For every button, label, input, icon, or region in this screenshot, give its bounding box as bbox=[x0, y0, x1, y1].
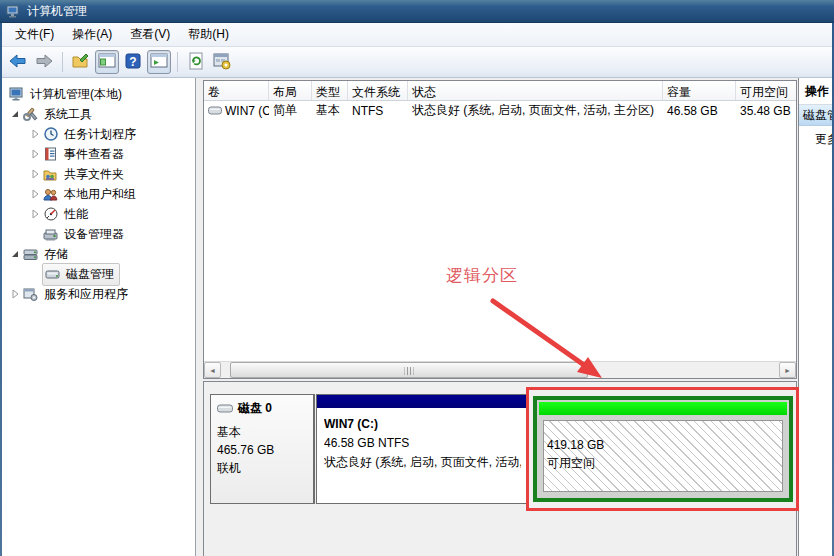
tree-item-system-tools[interactable]: 系统工具 bbox=[2, 104, 195, 124]
tree-item-computer-management[interactable]: 计算机管理(本地) bbox=[2, 84, 195, 104]
scrollbar-grip bbox=[405, 367, 414, 375]
volume-row-win7[interactable]: WIN7 (C:) 简单 基本 NTFS 状态良好 (系统, 启动, 页面文件,… bbox=[204, 101, 796, 120]
column-header-layout[interactable]: 布局 bbox=[269, 81, 312, 100]
expand-collapse-icon[interactable] bbox=[28, 167, 42, 181]
tree-item-event-viewer[interactable]: 事件查看器 bbox=[2, 144, 195, 164]
back-arrow-icon bbox=[8, 51, 28, 74]
actions-panel: 操作 磁盘管理 更多操作 bbox=[798, 78, 832, 556]
column-header-type[interactable]: 类型 bbox=[312, 81, 348, 100]
tree-item-label: 服务和应用程序 bbox=[42, 285, 130, 304]
status-cell: 状态良好 (系统, 启动, 页面文件, 活动, 主分区) bbox=[408, 102, 663, 119]
free-space-box[interactable]: 419.18 GB 可用空间 bbox=[533, 396, 793, 502]
scrollbar-thumb[interactable] bbox=[230, 362, 588, 378]
type-cell: 基本 bbox=[312, 102, 348, 119]
tree-item-label: 计算机管理(本地) bbox=[28, 85, 124, 104]
free-space-color-band bbox=[539, 402, 787, 415]
refresh-icon bbox=[186, 51, 206, 74]
disk-management-icon bbox=[44, 267, 61, 282]
action-pane-icon bbox=[149, 51, 169, 74]
users-icon bbox=[42, 187, 59, 202]
tree-item-local-users-groups[interactable]: 本地用户和组 bbox=[2, 184, 195, 204]
title-bar: 计算机管理 bbox=[0, 0, 834, 23]
disk0-capacity: 465.76 GB bbox=[217, 441, 307, 459]
window-title: 计算机管理 bbox=[27, 3, 87, 20]
menu-bar: 文件(F) 操作(A) 查看(V) 帮助(H) bbox=[2, 23, 832, 47]
tree-item-shared-folders[interactable]: 共享文件夹 bbox=[2, 164, 195, 184]
performance-icon bbox=[42, 207, 59, 222]
folder-export-icon bbox=[71, 51, 91, 74]
actions-item-more-actions[interactable]: 更多操作 bbox=[799, 126, 832, 148]
help-button[interactable]: ? bbox=[121, 50, 145, 74]
partition-win7-box[interactable]: WIN7 (C:) 46.58 GB NTFS 状态良好 (系统, 启动, 页面… bbox=[316, 394, 529, 504]
column-header-freespace[interactable]: 可用空间 bbox=[736, 81, 796, 100]
partition-status: 状态良好 (系统, 启动, 页面文件, 活动, 主分区) bbox=[324, 453, 521, 472]
tree-item-disk-management[interactable]: 磁盘管理 bbox=[2, 264, 195, 284]
menu-file[interactable]: 文件(F) bbox=[6, 23, 63, 46]
tree-item-storage[interactable]: 存储 bbox=[2, 244, 195, 264]
expand-collapse-icon[interactable] bbox=[28, 187, 42, 201]
svg-text:?: ? bbox=[129, 54, 136, 68]
system-tools-icon bbox=[22, 107, 39, 122]
volume-name: WIN7 (C:) bbox=[225, 104, 269, 118]
actions-item-disk-management[interactable]: 磁盘管理 bbox=[799, 105, 832, 126]
tree-item-label: 存储 bbox=[42, 245, 70, 264]
disk0-label-box[interactable]: 磁盘 0 基本 465.76 GB 联机 bbox=[210, 394, 315, 504]
actions-panel-title: 操作 bbox=[799, 78, 832, 105]
column-header-status[interactable]: 状态 bbox=[408, 81, 663, 100]
tree-item-task-scheduler[interactable]: 任务计划程序 bbox=[2, 124, 195, 144]
help-icon: ? bbox=[123, 51, 143, 74]
selected-tree-item[interactable]: 磁盘管理 bbox=[42, 263, 120, 286]
disk-icon bbox=[217, 402, 233, 416]
menu-help[interactable]: 帮助(H) bbox=[179, 23, 238, 46]
disk-properties-button[interactable] bbox=[210, 50, 234, 74]
expand-collapse-icon[interactable] bbox=[28, 207, 42, 221]
disk0-name: 磁盘 0 bbox=[238, 400, 272, 417]
tree-item-device-manager[interactable]: 设备管理器 bbox=[2, 224, 195, 244]
export-list-button[interactable] bbox=[69, 50, 93, 74]
partition-name: WIN7 (C:) bbox=[324, 415, 521, 434]
layout-cell: 简单 bbox=[269, 102, 312, 119]
show-action-pane-button[interactable] bbox=[147, 50, 171, 74]
volume-list-pane: 卷 布局 类型 文件系统 状态 容量 可用空间 WIN7 (C:) 简单 基本 … bbox=[203, 80, 797, 379]
column-header-volume[interactable]: 卷 bbox=[204, 81, 269, 100]
expand-collapse-icon[interactable] bbox=[28, 127, 42, 141]
scroll-left-button[interactable]: ◄ bbox=[204, 362, 221, 378]
app-icon bbox=[6, 4, 21, 19]
tree-item-label: 系统工具 bbox=[42, 105, 94, 124]
shared-folder-icon bbox=[42, 167, 59, 182]
expand-collapse-icon[interactable] bbox=[28, 147, 42, 161]
disk0-type: 基本 bbox=[217, 423, 307, 441]
forward-arrow-icon bbox=[34, 51, 54, 74]
disk-graphical-pane: 磁盘 0 基本 465.76 GB 联机 WIN7 (C:) 46.58 GB … bbox=[203, 381, 797, 556]
computer-icon bbox=[8, 87, 25, 102]
expand-collapse-icon[interactable] bbox=[8, 247, 22, 261]
expand-collapse-icon[interactable] bbox=[8, 107, 22, 121]
tree-item-services-applications[interactable]: 服务和应用程序 bbox=[2, 284, 195, 304]
expand-collapse-icon[interactable] bbox=[8, 287, 22, 301]
column-header-filesystem[interactable]: 文件系统 bbox=[348, 81, 408, 100]
tree-item-performance[interactable]: 性能 bbox=[2, 204, 195, 224]
forward-button[interactable] bbox=[32, 50, 56, 74]
tree-item-label: 共享文件夹 bbox=[62, 165, 126, 184]
disk0-status: 联机 bbox=[217, 459, 307, 477]
filesystem-cell: NTFS bbox=[348, 104, 408, 118]
show-console-tree-button[interactable] bbox=[95, 50, 119, 74]
refresh-button[interactable] bbox=[184, 50, 208, 74]
tree-item-label: 任务计划程序 bbox=[62, 125, 138, 144]
task-scheduler-icon bbox=[42, 127, 59, 142]
menu-action[interactable]: 操作(A) bbox=[63, 23, 121, 46]
volume-cell: WIN7 (C:) bbox=[204, 104, 269, 118]
window-border-left bbox=[0, 23, 2, 556]
column-header-capacity[interactable]: 容量 bbox=[663, 81, 736, 100]
scroll-right-button[interactable]: ► bbox=[779, 362, 796, 378]
tree-item-label: 事件查看器 bbox=[62, 145, 126, 164]
free-space-label: 可用空间 bbox=[547, 454, 604, 472]
toolbar-separator bbox=[177, 52, 178, 72]
drive-icon bbox=[208, 104, 222, 118]
computer-management-window: 计算机管理 文件(F) 操作(A) 查看(V) 帮助(H) ? bbox=[0, 0, 834, 556]
services-icon bbox=[22, 287, 39, 302]
menu-view[interactable]: 查看(V) bbox=[121, 23, 179, 46]
horizontal-scrollbar[interactable]: ◄ ► bbox=[204, 361, 796, 378]
back-button[interactable] bbox=[6, 50, 30, 74]
primary-partition-color-band bbox=[317, 395, 528, 409]
